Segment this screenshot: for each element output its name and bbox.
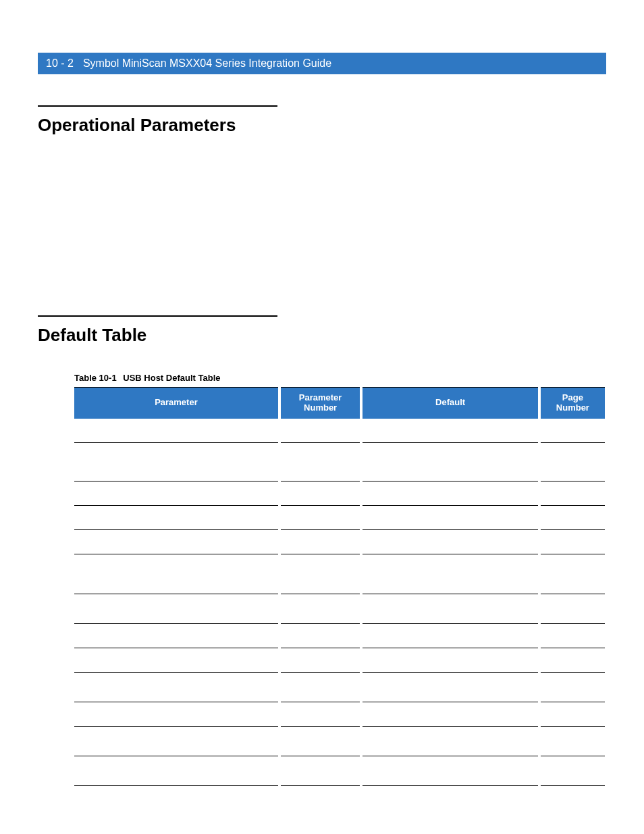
- defaults-table: Parameter Parameter Number Default Page …: [74, 387, 605, 786]
- cell-default: Disable: [361, 673, 539, 702]
- cell-page-number: 10-8: [539, 530, 605, 554]
- section-title-operational-parameters: Operational Parameters: [38, 115, 606, 136]
- col-header-parameter: Parameter: [74, 388, 279, 419]
- cell-parameter-number: [279, 727, 362, 756]
- cell-page-number: 10-9: [539, 594, 605, 624]
- cell-parameter-number: [279, 702, 362, 727]
- cell-parameter: Convert Case: [74, 702, 279, 727]
- cell-parameter-number: [279, 530, 362, 554]
- table-row: Function Key MappingDisable10-10: [74, 648, 605, 673]
- cell-default: Disable: [361, 594, 539, 624]
- table-header-row: Parameter Parameter Number Default Page …: [74, 388, 605, 419]
- cell-parameter: Function Key Mapping: [74, 648, 279, 673]
- cell-parameter: Ignore Bar Code Configuration: [74, 756, 279, 786]
- cell-parameter-number: [279, 506, 362, 530]
- table-row: USB CAPS Lock OverrideDisable10-8: [74, 530, 605, 554]
- cell-parameter: USB Country Keyboard Types (Country Code…: [74, 481, 279, 506]
- table-row: USB Country Keyboard Types (Country Code…: [74, 481, 605, 506]
- cell-parameter-number: [279, 457, 362, 481]
- col-header-default: Default: [361, 388, 539, 419]
- cell-page-number: 10-6: [539, 481, 605, 506]
- table-row: Ignore BeepDisable10-12: [74, 727, 605, 756]
- section-rule: [38, 105, 277, 107]
- table-row: Simulated Caps LockDisable10-11: [74, 673, 605, 702]
- table-row: USB Keystroke DelayNo Delay10-8: [74, 506, 605, 530]
- table-row: USB FN1 SubstitutionDisable10-10: [74, 624, 605, 648]
- table-row: Convert CaseNo Case Conversion10-11: [74, 702, 605, 727]
- table-row: USB Ignore Unknown CharactersSend Bar Co…: [74, 554, 605, 594]
- cell-parameter: Ignore Beep: [74, 727, 279, 756]
- table-caption: Table 10-1 USB Host Default Table: [74, 373, 606, 383]
- col-header-page-number: Page Number: [539, 388, 605, 419]
- cell-default: Disable: [361, 624, 539, 648]
- cell-parameter: Emulate Keypad: [74, 594, 279, 624]
- cell-parameter: USB FN1 Substitution: [74, 624, 279, 648]
- table-row: Ignore Bar Code ConfigurationDisable10-1…: [74, 756, 605, 786]
- section-rule: [38, 315, 277, 317]
- cell-default: Disable: [361, 648, 539, 673]
- cell-parameter: USB CAPS Lock Override: [74, 530, 279, 554]
- cell-parameter-number: [279, 756, 362, 786]
- cell-parameter: Simulated Caps Lock: [74, 673, 279, 702]
- cell-parameter: USB Device Type: [74, 457, 279, 481]
- table-spacer: [74, 442, 605, 457]
- cell-default: HID Keyboard Emulation: [361, 457, 539, 481]
- cell-default: Disable: [361, 530, 539, 554]
- cell-parameter-number: [279, 481, 362, 506]
- doc-title: Symbol MiniScan MSXX04 Series Integratio…: [83, 57, 331, 70]
- table-caption-text: USB Host Default Table: [123, 373, 220, 383]
- table-caption-label: Table 10-1: [74, 373, 117, 383]
- page-number-fragment: 10 - 2: [46, 57, 74, 70]
- cell-parameter-number: [279, 594, 362, 624]
- section-body-placeholder: [38, 136, 606, 284]
- section-title-default-table: Default Table: [38, 325, 606, 346]
- table-section-row: USB Host Parameters: [74, 419, 605, 443]
- cell-parameter-number: [279, 554, 362, 594]
- cell-parameter: USB Keystroke Delay: [74, 506, 279, 530]
- cell-page-number: 10-10: [539, 648, 605, 673]
- table-row: USB Device TypeHID Keyboard Emulation10-…: [74, 457, 605, 481]
- cell-page-number: 10-9: [539, 554, 605, 594]
- cell-page-number: 10-8: [539, 506, 605, 530]
- page-header: 10 - 2 Symbol MiniScan MSXX04 Series Int…: [38, 53, 606, 74]
- cell-page-number: 10-12: [539, 756, 605, 786]
- cell-page-number: 10-11: [539, 702, 605, 727]
- cell-parameter: USB Ignore Unknown Characters: [74, 554, 279, 594]
- cell-page-number: 10-12: [539, 727, 605, 756]
- col-header-parameter-number: Parameter Number: [279, 388, 362, 419]
- cell-parameter-number: [279, 673, 362, 702]
- cell-default: Disable: [361, 727, 539, 756]
- cell-page-number: 10-11: [539, 673, 605, 702]
- cell-default: Disable: [361, 756, 539, 786]
- cell-default: Send Bar Codes with Unknown Characters: [361, 554, 539, 594]
- cell-page-number: 10-10: [539, 624, 605, 648]
- cell-page-number: 10-4: [539, 457, 605, 481]
- cell-default: No Case Conversion: [361, 702, 539, 727]
- cell-parameter-number: [279, 624, 362, 648]
- cell-default: North American: [361, 481, 539, 506]
- cell-parameter-number: [279, 648, 362, 673]
- cell-default: No Delay: [361, 506, 539, 530]
- table-section-label: USB Host Parameters: [74, 419, 605, 443]
- table-row: Emulate KeypadDisable10-9: [74, 594, 605, 624]
